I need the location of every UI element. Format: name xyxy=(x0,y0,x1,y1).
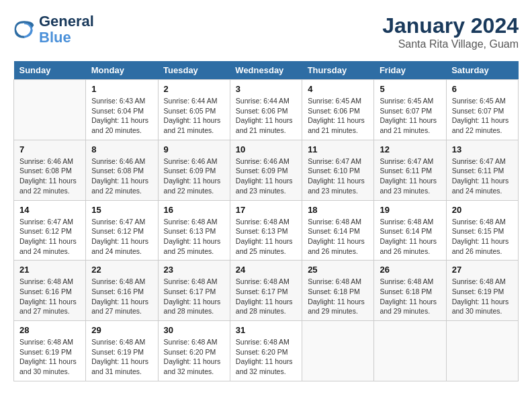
logo-icon xyxy=(13,19,35,40)
day-number: 17 xyxy=(236,205,296,215)
day-info: Sunrise: 6:46 AM Sunset: 6:09 PM Dayligh… xyxy=(164,156,224,196)
header-sunday: Sunday xyxy=(14,61,86,80)
day-number: 11 xyxy=(308,144,368,154)
day-number: 21 xyxy=(19,265,80,275)
calendar-cell: 12Sunrise: 6:47 AM Sunset: 6:11 PM Dayli… xyxy=(374,140,446,200)
day-number: 5 xyxy=(380,84,440,94)
calendar-cell: 24Sunrise: 6:48 AM Sunset: 6:17 PM Dayli… xyxy=(230,261,302,321)
header-wednesday: Wednesday xyxy=(230,61,302,80)
calendar-cell: 23Sunrise: 6:48 AM Sunset: 6:17 PM Dayli… xyxy=(158,261,230,321)
calendar-table: SundayMondayTuesdayWednesdayThursdayFrid… xyxy=(13,61,519,381)
week-row-2: 14Sunrise: 6:47 AM Sunset: 6:12 PM Dayli… xyxy=(14,200,519,261)
day-number: 3 xyxy=(236,84,296,94)
header-saturday: Saturday xyxy=(446,61,518,80)
day-info: Sunrise: 6:45 AM Sunset: 6:06 PM Dayligh… xyxy=(308,96,368,136)
day-info: Sunrise: 6:48 AM Sunset: 6:15 PM Dayligh… xyxy=(452,217,513,257)
day-number: 4 xyxy=(308,84,368,94)
day-number: 22 xyxy=(91,265,152,275)
day-info: Sunrise: 6:44 AM Sunset: 6:05 PM Dayligh… xyxy=(164,96,224,136)
day-info: Sunrise: 6:45 AM Sunset: 6:07 PM Dayligh… xyxy=(452,96,513,136)
page-header: General Blue January 2024 Santa Rita Vil… xyxy=(13,13,519,50)
calendar-cell: 14Sunrise: 6:47 AM Sunset: 6:12 PM Dayli… xyxy=(14,200,86,261)
day-number: 31 xyxy=(236,325,296,335)
header-friday: Friday xyxy=(374,61,446,80)
day-number: 23 xyxy=(164,265,224,275)
day-info: Sunrise: 6:47 AM Sunset: 6:11 PM Dayligh… xyxy=(452,156,513,196)
day-info: Sunrise: 6:48 AM Sunset: 6:16 PM Dayligh… xyxy=(91,277,152,316)
calendar-cell: 21Sunrise: 6:48 AM Sunset: 6:16 PM Dayli… xyxy=(14,261,86,321)
week-row-0: 1Sunrise: 6:43 AM Sunset: 6:04 PM Daylig… xyxy=(14,80,519,140)
calendar-cell: 4Sunrise: 6:45 AM Sunset: 6:06 PM Daylig… xyxy=(302,80,374,140)
title-block: January 2024 Santa Rita Village, Guam xyxy=(382,13,519,50)
day-info: Sunrise: 6:48 AM Sunset: 6:17 PM Dayligh… xyxy=(164,277,224,316)
day-info: Sunrise: 6:46 AM Sunset: 6:09 PM Dayligh… xyxy=(236,156,296,196)
day-info: Sunrise: 6:48 AM Sunset: 6:18 PM Dayligh… xyxy=(380,277,440,316)
day-info: Sunrise: 6:47 AM Sunset: 6:12 PM Dayligh… xyxy=(91,217,152,257)
day-info: Sunrise: 6:45 AM Sunset: 6:07 PM Dayligh… xyxy=(380,96,440,136)
day-info: Sunrise: 6:48 AM Sunset: 6:17 PM Dayligh… xyxy=(236,277,296,316)
calendar-header-row: SundayMondayTuesdayWednesdayThursdayFrid… xyxy=(14,61,519,80)
day-number: 18 xyxy=(308,205,368,215)
day-info: Sunrise: 6:44 AM Sunset: 6:06 PM Dayligh… xyxy=(236,96,296,136)
calendar-cell: 8Sunrise: 6:46 AM Sunset: 6:08 PM Daylig… xyxy=(86,140,158,200)
calendar-cell: 25Sunrise: 6:48 AM Sunset: 6:18 PM Dayli… xyxy=(302,261,374,321)
calendar-cell: 16Sunrise: 6:48 AM Sunset: 6:13 PM Dayli… xyxy=(158,200,230,261)
week-row-4: 28Sunrise: 6:48 AM Sunset: 6:19 PM Dayli… xyxy=(14,321,519,381)
day-info: Sunrise: 6:48 AM Sunset: 6:19 PM Dayligh… xyxy=(91,337,152,377)
logo: General Blue xyxy=(13,13,94,46)
day-number: 14 xyxy=(19,205,80,215)
day-number: 8 xyxy=(91,144,152,154)
day-number: 10 xyxy=(236,144,296,154)
header-thursday: Thursday xyxy=(302,61,374,80)
calendar-cell: 2Sunrise: 6:44 AM Sunset: 6:05 PM Daylig… xyxy=(158,80,230,140)
day-number: 25 xyxy=(308,265,368,275)
day-info: Sunrise: 6:48 AM Sunset: 6:16 PM Dayligh… xyxy=(19,277,80,316)
calendar-subtitle: Santa Rita Village, Guam xyxy=(382,38,519,50)
calendar-cell: 18Sunrise: 6:48 AM Sunset: 6:14 PM Dayli… xyxy=(302,200,374,261)
calendar-cell: 17Sunrise: 6:48 AM Sunset: 6:13 PM Dayli… xyxy=(230,200,302,261)
day-info: Sunrise: 6:48 AM Sunset: 6:13 PM Dayligh… xyxy=(236,217,296,257)
day-number: 24 xyxy=(236,265,296,275)
calendar-cell xyxy=(446,321,518,381)
header-monday: Monday xyxy=(86,61,158,80)
day-number: 30 xyxy=(164,325,224,335)
calendar-cell xyxy=(374,321,446,381)
day-info: Sunrise: 6:48 AM Sunset: 6:18 PM Dayligh… xyxy=(308,277,368,316)
day-info: Sunrise: 6:46 AM Sunset: 6:08 PM Dayligh… xyxy=(19,156,80,196)
calendar-cell: 19Sunrise: 6:48 AM Sunset: 6:14 PM Dayli… xyxy=(374,200,446,261)
header-tuesday: Tuesday xyxy=(158,61,230,80)
day-number: 6 xyxy=(452,84,513,94)
day-number: 26 xyxy=(380,265,440,275)
calendar-cell: 22Sunrise: 6:48 AM Sunset: 6:16 PM Dayli… xyxy=(86,261,158,321)
day-info: Sunrise: 6:46 AM Sunset: 6:08 PM Dayligh… xyxy=(91,156,152,196)
calendar-cell: 30Sunrise: 6:48 AM Sunset: 6:20 PM Dayli… xyxy=(158,321,230,381)
day-info: Sunrise: 6:48 AM Sunset: 6:14 PM Dayligh… xyxy=(308,217,368,257)
day-number: 7 xyxy=(19,144,80,154)
calendar-cell xyxy=(302,321,374,381)
calendar-cell: 7Sunrise: 6:46 AM Sunset: 6:08 PM Daylig… xyxy=(14,140,86,200)
day-info: Sunrise: 6:48 AM Sunset: 6:19 PM Dayligh… xyxy=(452,277,513,316)
day-number: 28 xyxy=(19,325,80,335)
day-number: 15 xyxy=(91,205,152,215)
calendar-title: January 2024 xyxy=(382,13,519,38)
day-number: 19 xyxy=(380,205,440,215)
calendar-cell: 1Sunrise: 6:43 AM Sunset: 6:04 PM Daylig… xyxy=(86,80,158,140)
calendar-cell: 6Sunrise: 6:45 AM Sunset: 6:07 PM Daylig… xyxy=(446,80,518,140)
week-row-3: 21Sunrise: 6:48 AM Sunset: 6:16 PM Dayli… xyxy=(14,261,519,321)
calendar-cell: 11Sunrise: 6:47 AM Sunset: 6:10 PM Dayli… xyxy=(302,140,374,200)
calendar-cell: 26Sunrise: 6:48 AM Sunset: 6:18 PM Dayli… xyxy=(374,261,446,321)
calendar-cell: 27Sunrise: 6:48 AM Sunset: 6:19 PM Dayli… xyxy=(446,261,518,321)
calendar-cell: 31Sunrise: 6:48 AM Sunset: 6:20 PM Dayli… xyxy=(230,321,302,381)
week-row-1: 7Sunrise: 6:46 AM Sunset: 6:08 PM Daylig… xyxy=(14,140,519,200)
day-number: 27 xyxy=(452,265,513,275)
calendar-cell: 29Sunrise: 6:48 AM Sunset: 6:19 PM Dayli… xyxy=(86,321,158,381)
day-number: 2 xyxy=(164,84,224,94)
day-info: Sunrise: 6:48 AM Sunset: 6:14 PM Dayligh… xyxy=(380,217,440,257)
logo-text: General Blue xyxy=(39,13,94,46)
calendar-cell: 13Sunrise: 6:47 AM Sunset: 6:11 PM Dayli… xyxy=(446,140,518,200)
calendar-cell: 3Sunrise: 6:44 AM Sunset: 6:06 PM Daylig… xyxy=(230,80,302,140)
day-info: Sunrise: 6:48 AM Sunset: 6:19 PM Dayligh… xyxy=(19,337,80,377)
day-number: 13 xyxy=(452,144,513,154)
day-number: 1 xyxy=(91,84,152,94)
calendar-cell xyxy=(14,80,86,140)
